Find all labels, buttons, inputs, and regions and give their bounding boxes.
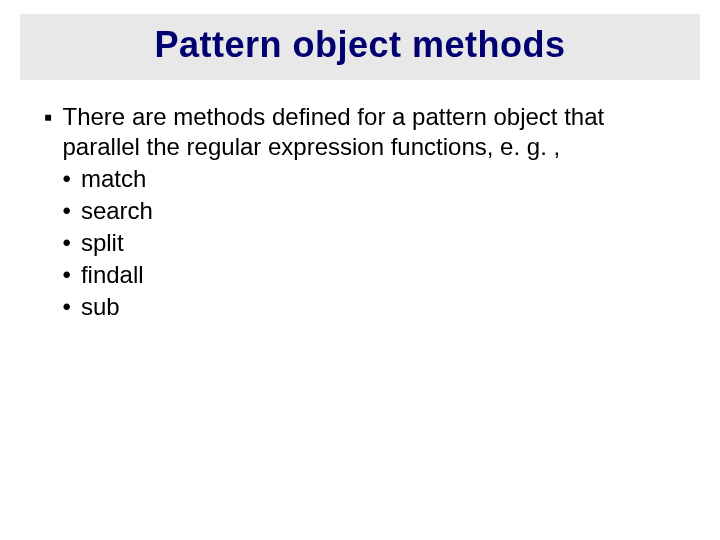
slide-title: Pattern object methods [154, 24, 565, 65]
list-item: • search [63, 196, 676, 226]
list-item-label: sub [81, 292, 120, 322]
slide-body: ▪ There are methods defined for a patter… [0, 80, 720, 322]
slide: Pattern object methods ▪ There are metho… [0, 14, 720, 540]
bullet-icon: • [63, 164, 71, 194]
list-item: • findall [63, 260, 676, 290]
list-item: • sub [63, 292, 676, 322]
bullet-level-1: ▪ There are methods defined for a patter… [44, 102, 676, 322]
bullet-icon: • [63, 260, 71, 290]
square-bullet-icon: ▪ [44, 102, 53, 132]
list-item-label: split [81, 228, 124, 258]
list-item: • split [63, 228, 676, 258]
sub-bullet-list: • match • search • split • findall [63, 164, 676, 322]
list-item: • match [63, 164, 676, 194]
intro-text: There are methods defined for a pattern … [63, 103, 605, 160]
bullet-icon: • [63, 196, 71, 226]
list-item-label: findall [81, 260, 144, 290]
bullet-icon: • [63, 228, 71, 258]
title-band: Pattern object methods [20, 14, 700, 80]
list-item-label: match [81, 164, 146, 194]
list-item-label: search [81, 196, 153, 226]
bullet-icon: • [63, 292, 71, 322]
bullet-content: There are methods defined for a pattern … [63, 102, 676, 322]
